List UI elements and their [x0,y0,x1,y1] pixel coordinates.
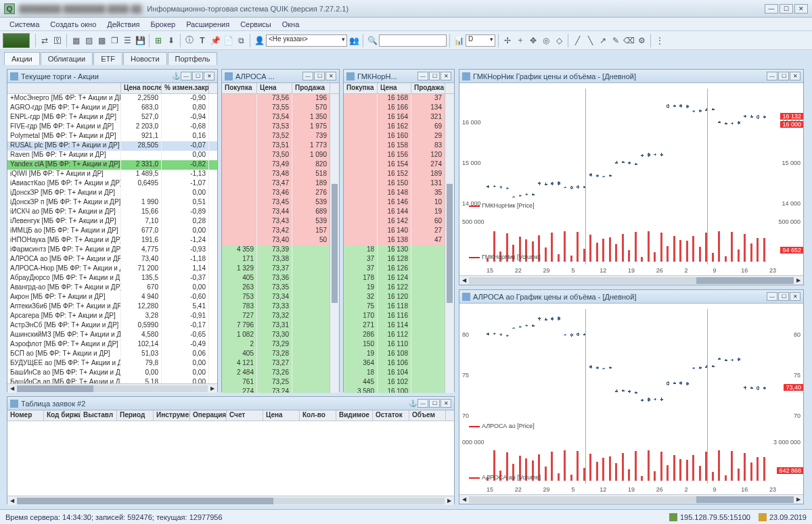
menu-item[interactable]: Брокер [145,19,181,30]
orderbook-row[interactable]: 3216 120 [344,293,454,302]
table-row[interactable]: iФармсинтз [МБ ФР: T+ Акции и ДР]4,775-0… [7,245,217,255]
column-header[interactable]: Выставл [81,410,117,421]
table-row[interactable]: iДонскЗР п [МБ ФР: T+ Акции и ДР]1 9900,… [7,198,217,208]
orderbook-row[interactable]: 1916 108 [344,350,454,359]
table-row[interactable]: АптекиЗ6и6 [МБ ФР: T+ Акции и ДР]12,2805… [7,302,217,312]
table-row[interactable]: БУДУЩЕЕ ао [МБ ФР: T+ Акции и ДР]79,80,0… [7,359,217,368]
column-header[interactable]: Цена [378,83,411,93]
column-header[interactable]: Остаток [373,410,409,421]
vscrollbar[interactable] [445,94,454,393]
panel-max-button[interactable]: ☐ [429,399,440,408]
menu-item[interactable]: Окна [277,19,305,30]
panel-min-button[interactable]: — [418,399,428,408]
column-header[interactable] [7,83,121,93]
menu-item[interactable]: Действия [102,19,145,30]
column-header[interactable]: Период [117,410,154,421]
maximize-button[interactable]: ☐ [780,4,793,14]
orderbook-row[interactable]: 73,48518 [222,170,339,179]
panel-max-button[interactable]: ☐ [314,72,325,80]
orderbook-row[interactable]: 28616 112 [344,331,454,340]
orderbook-row[interactable]: 16 154274 [344,160,454,170]
panel-max-button[interactable]: ☐ [778,292,789,301]
orderbook-row[interactable]: 73,511 773 [222,141,339,151]
orderbook-row[interactable]: 73,49820 [222,160,339,170]
tool-cascade-icon[interactable]: ⧉ [235,34,247,47]
column-header[interactable]: Цена [263,410,300,421]
orderbook-row[interactable]: 44516 102 [344,378,454,387]
workspace-tab[interactable]: Облигации [41,52,93,65]
account-combo[interactable]: <Не указан> [266,34,347,47]
orderbook-row[interactable]: 3 58016 100 [344,387,454,393]
panel-close-button[interactable]: ✕ [441,399,451,408]
column-header[interactable]: Цена [257,83,292,93]
column-header[interactable]: Покупка [344,83,378,93]
panel-min-button[interactable]: — [767,72,777,80]
orderbook-row[interactable]: 4 12173,27 [222,359,339,368]
orderbook-row[interactable]: 26373,35 [222,283,339,293]
orderbook-row[interactable]: 17016 116 [344,312,454,321]
orderbook-row[interactable]: 78373,33 [222,302,339,312]
table-row[interactable]: Polymetal [МБ ФР: T+ Акции и ДР]921,10,1… [7,132,217,141]
table-row[interactable]: iQIWI [МБ ФР: T+ Акции и ДР]1 489,5-1,13 [7,170,217,179]
tool-arrow-icon[interactable]: ↗ [597,34,609,47]
search-input[interactable] [379,34,447,47]
anchor-icon[interactable]: ⚓ [409,400,417,407]
tool-grid-icon[interactable]: ▩ [95,34,108,47]
tool-trend-icon[interactable]: ╲ [584,34,596,47]
tool-crosshair-icon[interactable]: ✢ [501,34,514,47]
workspace-tab[interactable]: Новости [123,52,167,65]
chart-area[interactable]: 16 00016 00015 00015 00014 00014 00016 1… [459,83,803,275]
orderbook-row[interactable]: 75373,34 [222,293,339,302]
orderbook-row[interactable]: 16 14419 [344,208,454,217]
panel-min-button[interactable]: — [181,72,191,80]
orderbook-row[interactable]: 3716 128 [344,255,454,264]
orderbook-row[interactable]: 16 16029 [344,132,454,141]
panel-max-button[interactable]: ☐ [778,72,789,80]
orderbook-row[interactable]: 16 13847 [344,236,454,245]
table-row[interactable]: iЛевенгук [МБ ФР: T+ Акции и ДР]7,100,28 [7,217,217,227]
orderbook-row[interactable]: 73,56196 [222,94,339,103]
table-row[interactable]: АбрауДюрсо [МБ ФР: T+ Акции и ДР]135,5-0… [7,274,217,283]
panel-close-button[interactable]: ✕ [441,72,451,80]
close-button[interactable]: ✕ [794,4,808,14]
tool-doc-icon[interactable]: 📄 [222,34,234,47]
menu-item[interactable]: Сервисы [235,19,277,30]
orderbook-row[interactable]: 7 79673,31 [222,321,339,331]
table-row[interactable]: iДонскЗР [МБ ФР: T+ Акции и ДР]0,00 [7,189,217,198]
tool-plus-icon[interactable]: ＋ [514,34,526,47]
orderbook-row[interactable]: 73,43539 [222,217,339,227]
orderbook-row[interactable]: 73,44689 [222,208,339,217]
orderbook-row[interactable]: 73,55570 [222,103,339,113]
table-row[interactable]: ENPL-гдр [МБ ФР: T+ Акции и ДР]527,0-0,9… [7,113,217,122]
menu-item[interactable]: Создать окно [45,19,102,30]
orderbook-row[interactable]: 1816 104 [344,368,454,378]
panel-min-button[interactable]: — [302,72,313,80]
orderbook-row[interactable]: 16 164321 [344,113,454,122]
table-row[interactable]: iНПОНаука [МБ ФР: T+ Акции и ДР]191,6-1,… [7,236,217,245]
tool-search-icon[interactable]: 🔍 [366,34,378,47]
orderbook-row[interactable]: 72773,32 [222,312,339,321]
orderbook-row[interactable]: 40573,28 [222,350,339,359]
panel-max-button[interactable]: ☐ [192,72,203,80]
column-header[interactable]: Инструмент [154,410,190,421]
tool-text-icon[interactable]: T [196,34,208,47]
orderbook-row[interactable]: 16 150131 [344,179,454,189]
orderbook-row[interactable]: 15016 110 [344,340,454,350]
orderbook-row[interactable]: 27473,24 [222,387,339,393]
column-header[interactable]: Покупка [222,83,257,93]
table-row[interactable]: FIVE-гдр [МБ ФР: T+ Акции и ДР]2 203,0-0… [7,122,217,132]
orderbook-row[interactable]: 16 152189 [344,170,454,179]
orderbook-row[interactable]: 73,45539 [222,198,339,208]
panel-close-button[interactable]: ✕ [204,72,215,80]
orderbook-row[interactable]: 73,4050 [222,236,339,245]
column-header[interactable]: Объем [409,410,446,421]
orderbook-row[interactable]: 7516 118 [344,302,454,312]
panel-min-button[interactable]: — [767,292,777,301]
orderbook-row[interactable]: 273,29 [222,340,339,350]
table-row[interactable]: Арсагера [МБ ФР: T+ Акции и ДР]3,28-0,91 [7,312,217,321]
orderbook-row[interactable]: 73,42157 [222,227,339,236]
orderbook-row[interactable]: 1 32973,37 [222,264,339,274]
menu-item[interactable]: Расширения [181,19,235,30]
table-row[interactable]: +МосЭнерго [МБ ФР: T+ Акции и ДР]2,2590-… [7,94,217,103]
workspace-tab[interactable]: ETF [93,52,122,65]
